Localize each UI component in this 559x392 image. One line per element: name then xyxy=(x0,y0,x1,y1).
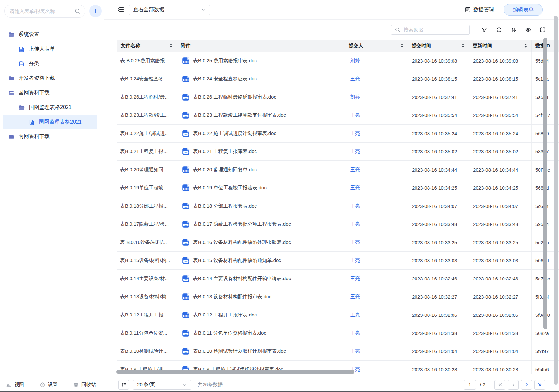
table-row: 表B.0.11分包单位资...DOC表B.0.11 分包单位资格报审表.doc王… xyxy=(117,324,559,342)
doc-file-icon: DOC xyxy=(182,75,190,83)
eye-icon-button[interactable] xyxy=(521,24,535,35)
sort-icon-button[interactable] xyxy=(506,24,521,35)
chevron-right-page-button[interactable] xyxy=(521,380,532,390)
cell-file-name: 表 B.0.16设备/材料/... xyxy=(117,233,177,251)
cell-update-time: 2023-08-16 10:35:02 xyxy=(469,143,532,160)
tree-item[interactable]: 南网资料下载 xyxy=(3,129,97,144)
sort-caret-icon[interactable] xyxy=(524,43,527,48)
submitter-link[interactable]: 王亮 xyxy=(350,239,360,245)
cell-file-name: 表B.0.24安全检查签... xyxy=(117,70,177,88)
column-header[interactable]: 文件名称 xyxy=(117,40,177,52)
column-header[interactable]: 提交时间 xyxy=(408,40,469,52)
submitter-link[interactable]: 王亮 xyxy=(350,276,360,282)
view-selector-dropdown[interactable]: 查看全部数据 xyxy=(129,5,210,15)
tree-item[interactable]: 开发者资料下载 xyxy=(3,71,97,86)
cell-update-time: 2023-08-16 10:31:04 xyxy=(469,342,532,360)
submitter-link[interactable]: 王亮 xyxy=(350,130,360,137)
submitter-link[interactable]: 王亮 xyxy=(350,185,360,191)
data-manage-button[interactable]: 数据管理 xyxy=(465,6,494,13)
tree-item[interactable]: 国网资料下载 xyxy=(3,86,97,100)
table-vertical-scrollbar[interactable] xyxy=(543,38,547,329)
attachment-link[interactable]: 表B.0.24 安全检查签证表.doc xyxy=(193,76,257,82)
svg-text:DOC: DOC xyxy=(184,152,188,154)
submitter-link[interactable]: 王亮 xyxy=(350,330,360,336)
column-header[interactable]: 更新时间 xyxy=(469,40,532,52)
tree-item[interactable]: 分类 xyxy=(3,56,97,71)
submitter-link[interactable]: 王亮 xyxy=(350,112,360,118)
chevrons-left-page-button[interactable] xyxy=(494,380,505,390)
search-icon[interactable] xyxy=(74,8,81,14)
attachment-link[interactable]: 表B.0.19 单位工程竣工报验表.doc xyxy=(193,185,267,191)
submitter-link[interactable]: 王亮 xyxy=(350,257,360,264)
window-vertical-scrollbar[interactable] xyxy=(554,16,558,385)
sort-caret-icon[interactable] xyxy=(461,43,465,48)
tree-item[interactable]: 国网监理表格2021 xyxy=(3,115,97,129)
sidebar-footer-chart[interactable]: 视图 xyxy=(6,382,24,388)
attachment-link[interactable]: 表B.0.11 分包单位资格报审表.doc xyxy=(193,330,266,336)
cell-attachment: DOC表B.0.26 工程临时最终延期报审表.doc xyxy=(177,88,345,106)
submitter-link[interactable]: 王亮 xyxy=(350,294,360,300)
cell-submit-time: 2023-08-16 10:30:28 xyxy=(408,361,469,374)
refresh-icon-button[interactable] xyxy=(491,24,506,35)
column-header[interactable]: 提交人 xyxy=(345,40,408,52)
sort-caret-icon[interactable] xyxy=(169,43,173,48)
page-number-input[interactable] xyxy=(464,380,476,390)
attachment-link[interactable]: 表B.0.23 工程款竣工结算款支付报审表.doc xyxy=(193,112,286,118)
fullscreen-icon-button[interactable] xyxy=(535,24,550,35)
attachment-link[interactable]: 表B.0.22 施工调试进度计划报审表.doc xyxy=(193,130,276,137)
cell-file-name: 表B.0.26工程临时/最... xyxy=(117,88,177,106)
submitter-link[interactable]: 王亮 xyxy=(350,221,360,227)
page-size-select[interactable]: 20 条/页 xyxy=(133,380,191,390)
sidebar-footer-gear[interactable]: 设置 xyxy=(40,382,58,388)
tree-item[interactable]: 上传人表单 xyxy=(3,42,97,56)
cell-attachment: DOC表B.0.19 单位工程竣工报验表.doc xyxy=(177,179,345,197)
attachment-link[interactable]: 表B.0.26 工程临时最终延期报审表.doc xyxy=(193,94,276,100)
sidebar-footer-trash[interactable]: 回收站 xyxy=(73,382,96,388)
cell-file-name: 表B.0.12工程开工报... xyxy=(117,306,177,324)
tree-item[interactable]: 国网监理表格2021 xyxy=(3,100,97,115)
chevron-left-page-button[interactable] xyxy=(508,380,519,390)
tree-item[interactable]: 系统设置 xyxy=(3,27,97,42)
sort-caret-icon[interactable] xyxy=(400,43,404,48)
eye-icon xyxy=(525,27,531,33)
attachment-link[interactable]: 表B.0.10 检测试验计划取样计划报审表.doc xyxy=(193,348,286,354)
trash-icon xyxy=(73,382,79,388)
row-height-button[interactable] xyxy=(118,380,129,390)
submitter-link[interactable]: 王亮 xyxy=(350,203,360,209)
chevrons-right-page-button[interactable] xyxy=(534,380,545,390)
doc-file-icon: DOC xyxy=(182,93,190,101)
attachment-link[interactable]: 表B.0.25 费用索赔报审表.doc xyxy=(193,58,257,64)
chevron-down-icon[interactable] xyxy=(462,28,466,32)
submitter-link[interactable]: 刘婷 xyxy=(350,94,360,100)
data-search-input[interactable] xyxy=(403,27,459,33)
sidebar-search-input[interactable] xyxy=(9,8,72,14)
add-form-button[interactable] xyxy=(89,5,102,17)
attachment-link[interactable]: 表B.0.18 分部工程报验表.doc xyxy=(193,203,257,209)
submitter-link[interactable]: 刘婷 xyxy=(350,58,360,64)
svg-text:DOC: DOC xyxy=(184,170,188,172)
chevrons-left-icon xyxy=(497,382,503,387)
submitter-link[interactable]: 王亮 xyxy=(350,348,360,354)
page-total-label: / 2 xyxy=(480,382,485,387)
attachment-link[interactable]: 表B.0.20 监理通知回复单.doc xyxy=(193,167,257,173)
submitter-link[interactable]: 王亮 xyxy=(350,148,360,155)
attachment-link[interactable]: 表B.0.12 工程开工报审表.doc xyxy=(193,312,257,318)
attachment-link[interactable]: 表B.0.13 设备材料构配件报审表.doc xyxy=(193,294,271,300)
refresh-icon xyxy=(496,27,502,33)
attachment-link[interactable]: 表B.0.16 设备材料构配件缺陷处理报验表.doc xyxy=(193,239,291,245)
attachment-link[interactable]: 表B.0.14 主要设备材料构配件开箱申请表.doc xyxy=(193,276,291,282)
cell-attachment: DOC表B.0.25 费用索赔报审表.doc xyxy=(177,52,345,70)
filter-icon-button[interactable] xyxy=(477,24,491,35)
attachment-link[interactable]: 表B.0.15 设备材料构配件缺陷通知单.doc xyxy=(193,257,281,264)
submitter-link[interactable]: 王亮 xyxy=(350,312,360,318)
submitter-link[interactable]: 王亮 xyxy=(350,76,360,82)
collapse-sidebar-icon[interactable] xyxy=(117,6,124,13)
cell-file-name: 表B.0.22施工/调试进... xyxy=(117,125,177,142)
attachment-link[interactable]: 表B.0.17 隐蔽工程检验批分项工程报验表.doc xyxy=(193,221,291,227)
submitter-link[interactable]: 王亮 xyxy=(350,167,360,173)
sidebar-search-box[interactable] xyxy=(4,5,85,18)
horizontal-scrollbar[interactable] xyxy=(116,370,354,374)
data-search-box[interactable] xyxy=(391,25,470,35)
attachment-link[interactable]: 表B.0.21 工程复工报审表.doc xyxy=(193,148,257,155)
edit-form-button[interactable]: 编辑表单 xyxy=(504,4,543,16)
